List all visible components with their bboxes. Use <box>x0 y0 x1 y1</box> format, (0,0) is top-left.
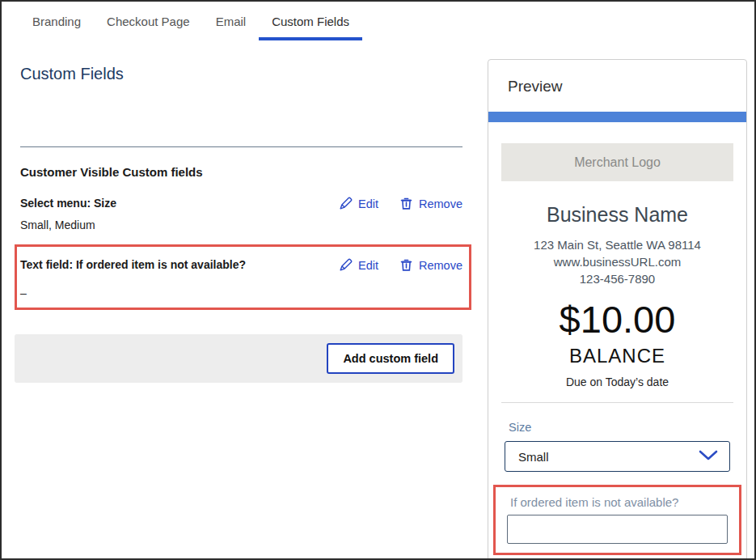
tab-branding[interactable]: Branding <box>19 8 94 40</box>
footer-bar: Add custom field <box>15 334 462 383</box>
chevron-down-icon <box>699 449 718 464</box>
trash-icon <box>399 258 413 272</box>
custom-field-row-size: Select menu: Size Edit <box>20 197 462 210</box>
trash-icon <box>399 197 413 210</box>
business-website: www.businessURL.com <box>488 253 746 270</box>
edit-label: Edit <box>358 197 378 210</box>
divider <box>20 146 462 147</box>
field-value: Small, Medium <box>20 218 462 231</box>
text-field-label: If ordered item is not available? <box>510 495 731 509</box>
pencil-icon <box>339 258 353 272</box>
preview-title: Preview <box>508 78 746 95</box>
business-name: Business Name <box>488 203 746 227</box>
field-name: Text field: If ordered item is not avail… <box>20 258 339 271</box>
remove-button[interactable]: Remove <box>399 258 462 272</box>
tab-email[interactable]: Email <box>203 8 260 40</box>
remove-label: Remove <box>419 197 462 210</box>
merchant-logo-placeholder: Merchant Logo <box>501 143 733 181</box>
business-contact-block: 123 Main St, Seattle WA 98114 www.busine… <box>488 236 746 287</box>
balance-amount: $10.00 <box>488 297 746 342</box>
due-date-text: Due on Today’s date <box>488 375 746 388</box>
preview-accent-bar <box>488 112 746 122</box>
tab-bar: Branding Checkout Page Email Custom Fiel… <box>2 2 754 40</box>
field-name: Select menu: Size <box>20 197 339 210</box>
custom-fields-panel: Custom Fields Customer Visible Custom fi… <box>20 40 462 383</box>
business-address: 123 Main St, Seattle WA 98114 <box>488 236 746 253</box>
divider <box>501 402 733 403</box>
field-row: Text field: If ordered item is not avail… <box>20 258 462 272</box>
add-custom-field-button[interactable]: Add custom field <box>327 343 454 374</box>
preview-panel: Preview Merchant Logo Business Name 123 … <box>488 59 747 560</box>
edit-label: Edit <box>358 259 378 272</box>
row-actions: Edit Remove <box>339 197 462 210</box>
text-field-input[interactable] <box>507 515 728 544</box>
section-title: Customer Visible Custom fields <box>20 165 462 179</box>
row-actions: Edit Remove <box>339 258 462 272</box>
pencil-icon <box>339 197 353 210</box>
tab-custom-fields[interactable]: Custom Fields <box>259 8 362 40</box>
balance-label: BALANCE <box>488 345 746 367</box>
text-field-highlight: If ordered item is not available? <box>493 485 741 555</box>
content: Custom Fields Customer Visible Custom fi… <box>2 40 754 560</box>
field-value: – <box>20 286 462 299</box>
edit-button[interactable]: Edit <box>339 258 378 272</box>
size-select[interactable]: Small <box>505 441 730 472</box>
page-title: Custom Fields <box>20 65 462 83</box>
tab-checkout-page[interactable]: Checkout Page <box>94 8 203 40</box>
business-phone: 123-456-7890 <box>488 270 746 287</box>
custom-field-row-text-highlighted: Text field: If ordered item is not avail… <box>15 244 471 310</box>
remove-label: Remove <box>419 259 462 272</box>
remove-button[interactable]: Remove <box>399 197 462 210</box>
size-field-label: Size <box>509 421 746 434</box>
edit-button[interactable]: Edit <box>339 197 378 210</box>
size-select-value: Small <box>518 450 549 464</box>
